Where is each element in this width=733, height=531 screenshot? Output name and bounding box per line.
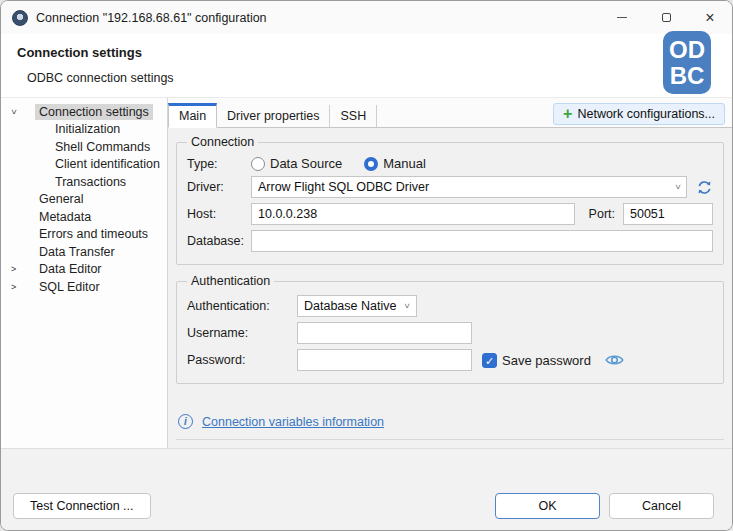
host-row: Host: Port: (187, 203, 713, 225)
chevron-right-icon[interactable]: > (1, 282, 35, 292)
type-row: Type: Data Source Manual (187, 156, 713, 171)
database-label: Database: (187, 234, 251, 248)
sidebar-item-label: Initialization (51, 121, 124, 137)
database-row: Database: (187, 230, 713, 252)
maximize-icon (662, 13, 671, 22)
connection-config-dialog: Connection "192.168.68.61" configuration… (0, 0, 733, 531)
sidebar-item-label: Connection settings (35, 104, 153, 120)
sidebar-item-data-editor[interactable]: >Data Editor (1, 261, 167, 279)
connection-group: Connection Type: Data Source Manual (176, 135, 724, 265)
tab-bar: MainDriver propertiesSSH + Network confi… (168, 98, 732, 128)
radio-manual-label: Manual (383, 156, 426, 171)
chevron-down-icon[interactable]: > (1, 107, 35, 117)
tab-ssh[interactable]: SSH (330, 105, 377, 127)
ok-button[interactable]: OK (495, 493, 600, 519)
chevron-right-icon[interactable]: > (1, 264, 35, 274)
sidebar-item-label: Data Transfer (35, 244, 119, 260)
password-input[interactable] (297, 349, 472, 371)
odbc-logo: OD BC (663, 31, 711, 94)
cancel-button[interactable]: Cancel (609, 493, 714, 519)
dialog-header: Connection settings ODBC connection sett… (1, 34, 732, 98)
network-configurations-label: Network configurations... (577, 107, 715, 121)
username-input[interactable] (297, 322, 472, 344)
save-password-label: Save password (502, 353, 591, 368)
info-icon: i (178, 414, 193, 429)
driver-row: Driver: Arrow Flight SQL ODBC Driver > (187, 176, 713, 198)
page-title: Connection settings (17, 45, 142, 60)
sidebar-item-shell-commands[interactable]: Shell Commands (1, 138, 167, 156)
driver-select-value: Arrow Flight SQL ODBC Driver (258, 180, 429, 194)
minimize-icon (617, 17, 627, 18)
sidebar-item-label: General (35, 191, 87, 207)
authentication-row: Authentication: Database Native > (187, 295, 713, 317)
sidebar-item-label: Client identification (51, 156, 164, 172)
checkbox-check-icon: ✓ (482, 353, 497, 368)
save-password-checkbox[interactable]: ✓ Save password (482, 353, 591, 368)
type-label: Type: (187, 157, 251, 171)
password-row: Password: ✓ Save password (187, 349, 713, 371)
port-label: Port: (589, 207, 615, 221)
authentication-select[interactable]: Database Native > (297, 295, 417, 317)
maximize-button[interactable] (644, 1, 688, 34)
sidebar-item-data-transfer[interactable]: Data Transfer (1, 243, 167, 261)
window-controls: × (600, 1, 732, 34)
authentication-label: Authentication: (187, 299, 297, 313)
username-label: Username: (187, 326, 297, 340)
show-password-eye-icon[interactable] (605, 353, 624, 367)
host-input[interactable] (251, 203, 575, 225)
radio-icon (364, 157, 378, 171)
authentication-select-value: Database Native (304, 299, 396, 313)
titlebar[interactable]: Connection "192.168.68.61" configuration… (1, 1, 732, 34)
sidebar-item-metadata[interactable]: Metadata (1, 208, 167, 226)
port-input[interactable] (623, 203, 713, 225)
connection-variables-link[interactable]: Connection variables information (202, 415, 384, 429)
settings-tree: >Connection settingsInitializationShell … (1, 98, 168, 448)
sidebar-item-label: Metadata (35, 209, 95, 225)
divider (176, 439, 724, 440)
tab-driver-properties[interactable]: Driver properties (217, 105, 330, 127)
tab-main[interactable]: Main (168, 103, 217, 128)
sidebar-item-errors-and-timeouts[interactable]: Errors and timeouts (1, 226, 167, 244)
authentication-group-legend: Authentication (187, 274, 274, 288)
main-panel: MainDriver propertiesSSH + Network confi… (168, 98, 732, 448)
footer-buttons: OK Cancel (495, 493, 714, 519)
sidebar-item-general[interactable]: General (1, 191, 167, 209)
window-title: Connection "192.168.68.61" configuration (36, 11, 600, 25)
username-row: Username: (187, 322, 713, 344)
variables-link-row: i Connection variables information (178, 414, 722, 429)
radio-icon (251, 157, 265, 171)
reload-driver-icon[interactable] (696, 179, 713, 196)
test-connection-button[interactable]: Test Connection ... (13, 493, 151, 519)
tabs: MainDriver propertiesSSH (168, 103, 377, 127)
sidebar-item-client-identification[interactable]: Client identification (1, 156, 167, 174)
sidebar-item-sql-editor[interactable]: >SQL Editor (1, 278, 167, 296)
plus-icon: + (563, 108, 572, 120)
database-input[interactable] (251, 230, 713, 252)
app-icon (12, 10, 28, 26)
dialog-footer: Test Connection ... OK Cancel (1, 448, 732, 531)
connection-group-legend: Connection (187, 135, 258, 149)
driver-select[interactable]: Arrow Flight SQL ODBC Driver > (251, 176, 687, 198)
sidebar-item-label: Errors and timeouts (35, 226, 152, 242)
sidebar-item-label: Transactions (51, 174, 130, 190)
close-icon: × (705, 9, 714, 27)
close-button[interactable]: × (688, 1, 732, 34)
authentication-group: Authentication Authentication: Database … (176, 274, 724, 384)
sidebar-item-initialization[interactable]: Initialization (1, 121, 167, 139)
sidebar-item-connection-settings[interactable]: >Connection settings (1, 103, 167, 121)
sidebar-item-transactions[interactable]: Transactions (1, 173, 167, 191)
driver-label: Driver: (187, 180, 251, 194)
main-tab-content: Connection Type: Data Source Manual (168, 128, 732, 478)
radio-data-source[interactable]: Data Source (251, 156, 342, 171)
radio-manual[interactable]: Manual (364, 156, 426, 171)
odbc-logo-line2: BC (663, 63, 711, 89)
host-label: Host: (187, 207, 251, 221)
odbc-logo-line1: OD (663, 37, 711, 63)
password-label: Password: (187, 353, 297, 367)
minimize-button[interactable] (600, 1, 644, 34)
chevron-down-icon: > (402, 303, 412, 308)
network-configurations-button[interactable]: + Network configurations... (553, 103, 725, 125)
page-subtitle: ODBC connection settings (27, 71, 174, 85)
radio-data-source-label: Data Source (270, 156, 342, 171)
chevron-down-icon: > (672, 184, 682, 189)
